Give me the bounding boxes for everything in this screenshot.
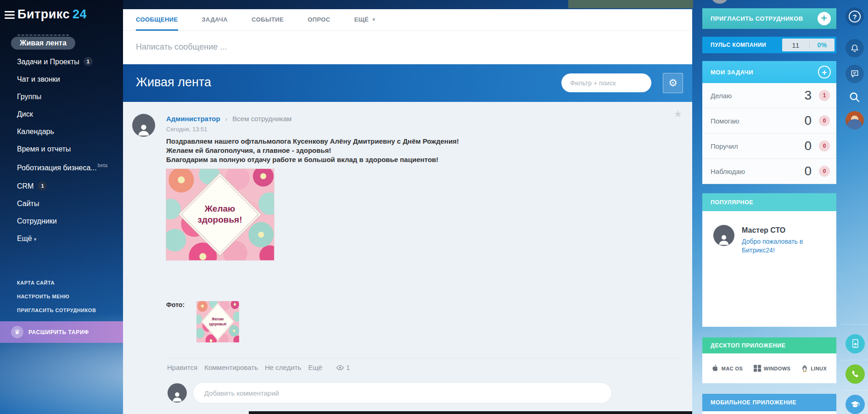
- feed-settings-button[interactable]: ⚙: [663, 73, 683, 93]
- person-icon: [717, 233, 731, 246]
- training-button[interactable]: [846, 395, 865, 414]
- person-icon: [136, 122, 151, 137]
- pulse-percent: 0%: [810, 41, 834, 49]
- task-badge: 0: [819, 166, 830, 177]
- upgrade-plan-label: РАСШИРИТЬ ТАРИФ: [28, 329, 89, 336]
- post-image-greeting-card[interactable]: Желаю здоровья!: [166, 169, 274, 260]
- sidebar-item-tasks[interactable]: Задачи и Проекты1: [0, 52, 123, 71]
- help-button[interactable]: ?: [846, 7, 864, 26]
- post-body-line: Желаем ей благополучия, а главное - здор…: [166, 146, 459, 155]
- left-sidebar: Битрикс24 Живая лента Задачи и Проекты1 …: [0, 0, 123, 414]
- composer-tabs: СООБЩЕНИЕ ЗАДАЧА СОБЫТИЕ ОПРОС ЕЩЁ ▾: [123, 9, 692, 31]
- mobile-app-row: [702, 411, 836, 414]
- comment-link[interactable]: Комментировать: [204, 364, 258, 371]
- post-author-link[interactable]: Администратор: [166, 115, 220, 123]
- sidebar-link-configure-menu[interactable]: НАСТРОИТЬ МЕНЮ: [0, 290, 123, 303]
- invite-employees-bar[interactable]: ПРИГЛАСИТЬ СОТРУДНИКОВ +: [702, 8, 836, 29]
- gear-icon: ⚙: [668, 77, 678, 89]
- linux-download[interactable]: LINUX: [801, 364, 827, 372]
- mobile-cloud-icon: [851, 339, 860, 349]
- photo-label: Фото:: [166, 301, 185, 308]
- invite-plus-icon[interactable]: +: [818, 12, 831, 25]
- post-timestamp[interactable]: Сегодня, 13:51: [166, 126, 207, 133]
- task-count: 0: [804, 164, 812, 179]
- popular-item-link[interactable]: Добро пожаловать в Битрикс24!: [742, 237, 823, 255]
- macos-download[interactable]: MAC OS: [712, 364, 743, 372]
- sidebar-footer-links: КАРТА САЙТА НАСТРОИТЬ МЕНЮ ПРИГЛАСИТЬ СО…: [0, 276, 123, 317]
- linux-tux-icon: [801, 364, 808, 372]
- unfollow-link[interactable]: Не следить: [265, 364, 301, 371]
- search-button[interactable]: [846, 88, 864, 106]
- brand-name: Битрикс: [17, 7, 70, 21]
- mobile-app-button[interactable]: [846, 334, 865, 353]
- upgrade-plan-button[interactable]: ♛ РАСШИРИТЬ ТАРИФ: [0, 321, 123, 343]
- post-audience[interactable]: Всем сотрудникам: [232, 115, 291, 123]
- sidebar-item-disk[interactable]: Диск: [0, 106, 123, 123]
- main-content: СООБЩЕНИЕ ЗАДАЧА СОБЫТИЕ ОПРОС ЕЩЁ ▾ Жив…: [123, 0, 692, 414]
- sidebar-link-sitemap[interactable]: КАРТА САЙТА: [0, 276, 123, 290]
- filter-search: [561, 73, 651, 92]
- search-icon: [849, 91, 861, 103]
- favorite-star-icon[interactable]: ★: [674, 108, 682, 119]
- sidebar-item-rpa[interactable]: Роботизация бизнеса...beta: [0, 158, 123, 177]
- task-badge: 0: [819, 140, 830, 151]
- popular-item-avatar[interactable]: [713, 225, 734, 246]
- bell-icon: [850, 44, 859, 53]
- telephony-button[interactable]: [846, 364, 865, 384]
- post-body: Поздравляем нашего офтальмолога Кусенков…: [166, 137, 459, 164]
- task-row-assigned[interactable]: Поручил 0 0: [702, 134, 836, 159]
- tab-event[interactable]: СОБЫТИЕ: [252, 9, 284, 31]
- new-message-input[interactable]: [123, 31, 669, 63]
- crm-badge: 1: [38, 181, 47, 190]
- photo-thumbnail[interactable]: Желаю здоровья!: [196, 301, 239, 342]
- tab-more[interactable]: ЕЩЁ ▾: [354, 9, 375, 31]
- pulse-stats: 11 0%: [782, 39, 834, 51]
- sidebar-item-calendar[interactable]: Календарь: [0, 123, 123, 140]
- notifications-button[interactable]: [846, 39, 864, 57]
- sidebar-item-sites[interactable]: Сайты: [0, 195, 123, 213]
- more-link[interactable]: Ещё: [308, 364, 322, 371]
- views-count: 1: [346, 364, 350, 371]
- sidebar-item-employees[interactable]: Сотрудники: [0, 213, 123, 230]
- windows-download[interactable]: WINDOWS: [754, 365, 790, 372]
- chevron-down-icon: ▾: [373, 17, 375, 22]
- popular-header: ПОПУЛЯРНОЕ: [702, 193, 836, 211]
- current-user-avatar[interactable]: [846, 111, 864, 129]
- tab-message[interactable]: СООБЩЕНИЕ: [136, 9, 178, 31]
- task-count: 0: [804, 113, 812, 128]
- question-icon: ?: [849, 11, 861, 22]
- right-sidebar: ПРИГЛАСИТЬ СОТРУДНИКОВ + ПУЛЬС КОМПАНИИ …: [702, 0, 836, 414]
- composer-card: СООБЩЕНИЕ ЗАДАЧА СОБЫТИЕ ОПРОС ЕЩЁ ▾: [123, 9, 692, 64]
- sidebar-item-live-feed[interactable]: Живая лента: [11, 37, 75, 50]
- eye-icon: [336, 365, 344, 370]
- filter-search-input[interactable]: [561, 79, 656, 87]
- sidebar-item-time-reports[interactable]: Время и отчеты: [0, 140, 123, 158]
- task-row-doing[interactable]: Делаю 3 1: [702, 83, 836, 108]
- post-divider: [166, 358, 684, 358]
- hamburger-menu-icon[interactable]: [5, 11, 15, 19]
- sidebar-item-crm[interactable]: CRM1: [0, 177, 123, 195]
- like-link[interactable]: Нравится: [167, 364, 197, 371]
- task-count: 3: [804, 88, 812, 103]
- post-author-avatar[interactable]: [132, 114, 155, 137]
- main-menu: Живая лента Задачи и Проекты1 Чат и звон…: [0, 32, 123, 247]
- task-row-watching[interactable]: Наблюдаю 0 0: [702, 159, 836, 184]
- tab-poll[interactable]: ОПРОС: [308, 9, 330, 31]
- sidebar-item-chat[interactable]: Чат и звонки: [0, 71, 123, 88]
- my-tasks-header[interactable]: МОИ ЗАДАЧИ +: [702, 61, 836, 83]
- task-row-helping[interactable]: Помогаю 0 0: [702, 108, 836, 134]
- tab-task[interactable]: ЗАДАЧА: [202, 9, 228, 31]
- screen-share-bar: [568, 0, 693, 8]
- sidebar-item-groups[interactable]: Группы: [0, 88, 123, 106]
- add-comment-input[interactable]: [193, 383, 611, 403]
- messenger-button[interactable]: [846, 65, 864, 83]
- post-actions: Нравится Комментировать Не следить Ещё 1: [167, 364, 350, 371]
- company-pulse-bar[interactable]: ПУЛЬС КОМПАНИИ 11 0%: [702, 37, 836, 53]
- right-icon-rail: ?: [841, 0, 868, 414]
- add-task-plus-icon[interactable]: +: [818, 66, 831, 78]
- sidebar-item-more[interactable]: Ещё▾: [0, 230, 123, 247]
- page-title: Живая лента: [136, 75, 211, 90]
- brand-logo[interactable]: Битрикс24: [17, 7, 87, 22]
- sidebar-link-invite-employees[interactable]: ПРИГЛАСИТЬ СОТРУДНИКОВ: [0, 303, 123, 317]
- popular-item-author[interactable]: Мастер СТО: [742, 226, 785, 235]
